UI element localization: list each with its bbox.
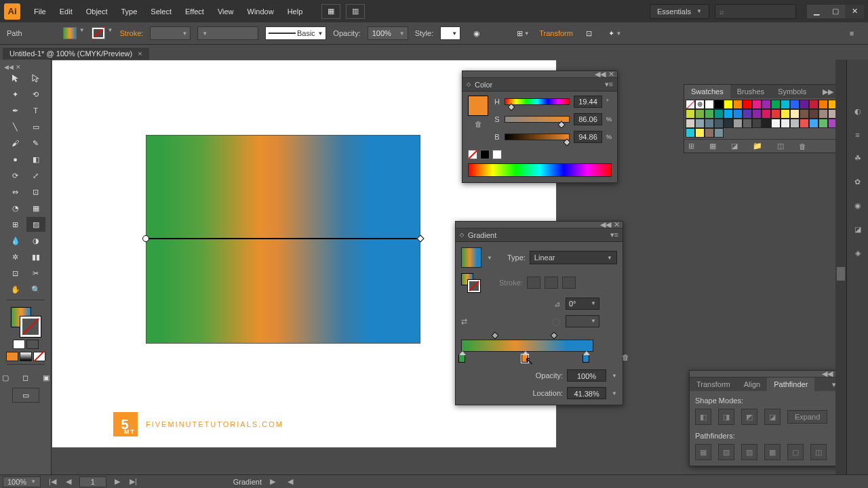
graphic-styles-icon[interactable]: ◪ [854, 225, 861, 234]
hue-slider[interactable] [505, 98, 570, 105]
trim-icon[interactable]: ▧ [718, 444, 734, 460]
outline-icon[interactable]: ▢ [787, 444, 804, 460]
stroke-label[interactable]: Stroke: [119, 29, 143, 37]
menu-file[interactable]: File [27, 1, 53, 22]
bri-slider[interactable] [505, 134, 570, 140]
swatch[interactable] [724, 100, 733, 109]
minus-front-icon[interactable]: ◨ [718, 409, 734, 425]
swatch[interactable] [771, 109, 781, 119]
gradient-stop[interactable] [583, 354, 589, 363]
show-kinds-icon[interactable]: ▦ [709, 142, 716, 150]
fill-stroke-control[interactable] [11, 307, 41, 337]
menu-effect[interactable]: Effect [178, 1, 211, 22]
style-dropdown[interactable]: ▼ [440, 26, 460, 40]
merge-icon[interactable]: ▨ [741, 444, 757, 460]
layers-icon[interactable]: ◈ [855, 249, 861, 258]
stroke-gradient-within-icon[interactable] [527, 277, 540, 289]
swatch[interactable] [743, 119, 752, 128]
reverse-gradient-icon[interactable]: ⇄ [461, 317, 467, 326]
new-group-icon[interactable]: 📁 [753, 142, 762, 150]
swatch[interactable] [790, 109, 800, 119]
hue-input[interactable]: 19.44 [574, 96, 602, 108]
shape-builder-tool-icon[interactable]: ◔ [6, 201, 25, 216]
gradient-midpoint[interactable] [551, 331, 558, 339]
swatch[interactable] [705, 128, 714, 138]
gradient-tool-icon[interactable]: ▨ [26, 217, 45, 232]
isolate-icon[interactable]: ⊡ [580, 26, 599, 41]
gradient-stop[interactable] [458, 354, 465, 363]
expand-icon[interactable]: ▶▶ [823, 87, 833, 96]
crop-icon[interactable]: ▩ [764, 444, 781, 460]
swatch[interactable] [781, 109, 790, 119]
vertical-scrollbar[interactable] [835, 60, 846, 474]
variable-width-dropdown[interactable]: ▼ [197, 26, 258, 40]
swatch[interactable] [733, 100, 743, 109]
swatch[interactable] [714, 128, 724, 138]
pencil-tool-icon[interactable]: ✎ [26, 136, 45, 150]
tab-close-icon[interactable]: × [138, 49, 142, 58]
tab-symbols[interactable]: Symbols [771, 85, 813, 98]
brush-dropdown[interactable]: Basic▼ [265, 26, 326, 40]
next-artboard-icon[interactable]: ▶ [113, 477, 121, 486]
swatch-options-icon[interactable]: ◪ [731, 142, 738, 150]
unite-icon[interactable]: ◧ [695, 409, 711, 425]
swatch[interactable] [762, 100, 771, 109]
color-well[interactable] [468, 96, 488, 116]
swatch[interactable] [771, 100, 781, 109]
stop-opacity-input[interactable]: 100% [567, 369, 606, 382]
none-swatch-icon[interactable] [468, 150, 477, 159]
gradient-type-dropdown[interactable]: Linear▼ [530, 251, 617, 264]
panel-close-icon[interactable]: ✕ [614, 220, 620, 229]
divide-icon[interactable]: ▦ [695, 444, 711, 460]
fill-swatch[interactable] [63, 27, 77, 39]
registration-swatch[interactable]: ⊕ [695, 100, 705, 109]
sat-input[interactable]: 86.06 [574, 113, 602, 125]
eyedropper-tool-icon[interactable]: 💧 [6, 233, 25, 248]
swatch[interactable] [686, 128, 695, 138]
gradient-start-handle[interactable] [142, 235, 149, 242]
stroke-gradient-across-icon[interactable] [562, 277, 576, 289]
type-tool-icon[interactable]: T [26, 103, 45, 118]
swatch[interactable] [781, 100, 790, 109]
swatch[interactable] [743, 109, 752, 119]
document-tab[interactable]: Untitled-1* @ 100% (CMYK/Preview) × [3, 47, 149, 60]
close-button[interactable]: ✕ [845, 5, 864, 18]
artboard-nav-input[interactable]: 1 [79, 476, 106, 487]
last-artboard-icon[interactable]: ▶| [128, 477, 138, 486]
swatch[interactable] [809, 100, 818, 109]
paintbrush-tool-icon[interactable]: 🖌 [6, 136, 25, 150]
prev-artboard-icon[interactable]: ◀ [64, 477, 73, 486]
swatch[interactable] [733, 119, 743, 128]
white-swatch-icon[interactable] [492, 150, 502, 159]
swatch[interactable] [800, 109, 809, 119]
swatch[interactable] [762, 109, 771, 119]
hand-tool-icon[interactable]: ✋ [6, 282, 25, 297]
search-input[interactable]: ⌕ [715, 4, 796, 19]
none-mode-icon[interactable] [33, 352, 45, 361]
swatch[interactable] [752, 109, 762, 119]
magic-wand-tool-icon[interactable]: ✦ [6, 87, 25, 102]
symbol-sprayer-tool-icon[interactable]: ✲ [6, 249, 25, 264]
graph-tool-icon[interactable]: ▮▮ [26, 249, 45, 264]
hscroll-left-icon[interactable]: ◀ [286, 477, 294, 486]
trash-icon[interactable]: 🗑 [475, 120, 482, 128]
gradient-fill-stroke[interactable] [461, 273, 480, 292]
swatch[interactable] [705, 119, 714, 128]
gradient-bar[interactable] [461, 340, 593, 352]
swatch[interactable] [790, 100, 800, 109]
menu-object[interactable]: Object [79, 1, 115, 22]
zoom-dropdown[interactable]: 100%▼ [3, 476, 41, 487]
gradient-rectangle[interactable] [146, 135, 420, 344]
swatch[interactable] [724, 119, 733, 128]
brushes-icon[interactable]: ✿ [854, 178, 861, 186]
stroke-panel-icon[interactable]: ≡ [855, 131, 859, 139]
chevron-down-icon[interactable]: ▼ [487, 255, 492, 261]
screen-mode-full-icon[interactable]: ◻ [16, 370, 35, 385]
tab-brushes[interactable]: Brushes [730, 85, 771, 98]
align-dropdown-icon[interactable]: ⊞▼ [513, 26, 532, 41]
arrange-documents-icon[interactable]: ▥ [346, 4, 365, 19]
scale-tool-icon[interactable]: ⤢ [26, 168, 45, 183]
transform-link[interactable]: Transform [539, 29, 573, 37]
zoom-tool-icon[interactable]: 🔍 [26, 282, 45, 297]
swatch[interactable] [752, 119, 762, 128]
